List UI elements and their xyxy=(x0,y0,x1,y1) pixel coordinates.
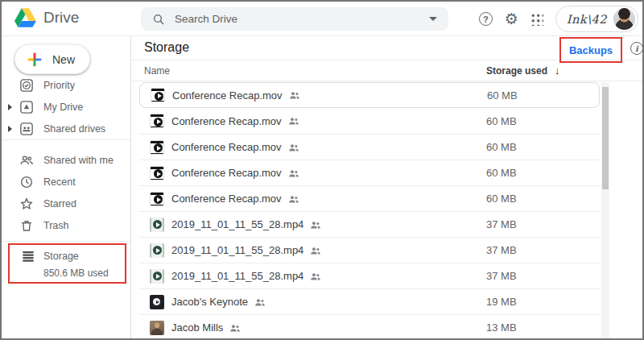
sidebar-item-label: Recent xyxy=(43,176,76,188)
highlight-box-storage: Storage 850.6 MB used xyxy=(8,243,126,284)
plus-icon xyxy=(26,51,43,68)
divider xyxy=(2,241,130,242)
drive-logo[interactable]: Drive xyxy=(14,8,79,27)
sidebar-item-storage[interactable]: Storage xyxy=(10,245,125,263)
table-row[interactable]: Conference Recap.mov 60 MB xyxy=(139,160,600,185)
sidebar-nav: Priority My Drive Shared drives xyxy=(2,74,130,242)
file-name: 2019_11_01_11_55_28.mp4 xyxy=(171,244,303,256)
help-icon[interactable]: ? xyxy=(479,12,493,26)
account-pill[interactable]: Ink\42 xyxy=(555,6,638,32)
file-name: Conference Recap.mov xyxy=(171,193,282,205)
sidebar-item-shared-drives[interactable]: Shared drives xyxy=(2,118,130,139)
apps-grid-icon[interactable] xyxy=(530,13,543,26)
storage-icon xyxy=(21,249,35,263)
shared-people-icon xyxy=(288,193,299,205)
topbar: Drive ? ⚙ Ink\42 xyxy=(2,2,642,36)
file-name: 2019_11_01_11_55_28.mp4 xyxy=(171,270,303,282)
my-drive-icon xyxy=(19,100,34,114)
new-button-label: New xyxy=(52,53,75,66)
trash-icon xyxy=(19,218,34,233)
search-icon xyxy=(152,13,165,26)
file-size: 37 MB xyxy=(486,218,517,230)
file-size: 13 MB xyxy=(486,321,517,334)
table-row[interactable]: Conference Recap.mov 60 MB xyxy=(139,134,600,160)
sidebar-item-priority[interactable]: Priority xyxy=(2,74,130,96)
new-button[interactable]: New xyxy=(14,44,90,74)
table-row[interactable]: Jacob Mills 13 MB xyxy=(139,314,600,340)
search-bar[interactable] xyxy=(141,7,448,31)
keynote-video-icon xyxy=(150,295,164,309)
shared-people-icon xyxy=(310,245,321,256)
mov-video-icon xyxy=(150,192,164,206)
clock-icon xyxy=(19,175,34,189)
table-row[interactable]: Conference Recap.mov 60 MB xyxy=(139,108,600,134)
sidebar-item-label: Shared drives xyxy=(43,123,105,135)
topbar-actions: ? ⚙ Ink\42 xyxy=(479,2,638,36)
expand-arrow-icon[interactable] xyxy=(8,126,12,132)
sidebar-item-label: My Drive xyxy=(43,102,83,113)
shared-people-icon xyxy=(254,296,266,308)
mov-video-icon xyxy=(150,140,164,155)
table-row[interactable]: 2019_11_01_11_55_28.mp4 37 MB xyxy=(139,237,600,263)
divider xyxy=(2,139,130,140)
file-name: Conference Recap.mov xyxy=(172,89,283,102)
sidebar: New Priority My Drive xyxy=(2,36,131,338)
storage-usage-text: 850.6 MB used xyxy=(10,267,125,279)
column-header-name[interactable]: Name xyxy=(144,65,170,77)
file-name: Jacob Mills xyxy=(171,321,223,334)
file-name: Conference Recap.mov xyxy=(171,141,282,153)
shared-people-icon xyxy=(288,115,299,126)
mov-video-icon xyxy=(151,88,165,102)
table-row[interactable]: 2019_11_01_11_55_28.mp4 37 MB xyxy=(139,263,600,288)
table-row[interactable]: 2019_11_01_11_55_28.mp4 37 MB xyxy=(139,211,600,237)
sidebar-item-label: Storage xyxy=(43,251,79,262)
sidebar-item-recent[interactable]: Recent xyxy=(2,171,130,193)
file-size: 37 MB xyxy=(486,270,517,282)
file-name: Jacob's Keynote xyxy=(171,296,248,308)
highlight-box-backups: Backups xyxy=(559,37,622,63)
settings-gear-icon[interactable]: ⚙ xyxy=(505,11,518,27)
table-row[interactable]: Conference Recap.mov 60 MB xyxy=(139,82,600,108)
file-name: Conference Recap.mov xyxy=(171,115,282,127)
sidebar-item-my-drive[interactable]: My Drive xyxy=(2,96,130,118)
sidebar-item-label: Shared with me xyxy=(43,155,114,166)
sidebar-item-trash[interactable]: Trash xyxy=(2,214,130,236)
shared-people-icon xyxy=(229,322,241,334)
scrollbar[interactable] xyxy=(601,82,609,338)
column-header-storage-used[interactable]: Storage used ↓ xyxy=(486,64,560,77)
sidebar-item-starred[interactable]: Starred xyxy=(2,193,130,214)
file-size: 37 MB xyxy=(486,244,517,256)
sort-descending-arrow-icon[interactable]: ↓ xyxy=(555,64,560,77)
column-headers: Name Storage used ↓ xyxy=(131,60,642,81)
mov-video-icon xyxy=(150,166,164,180)
shared-people-icon xyxy=(288,142,299,153)
priority-check-icon xyxy=(19,78,34,93)
info-icon[interactable]: i xyxy=(630,42,643,55)
search-options-caret-icon[interactable] xyxy=(429,17,437,21)
table-row[interactable]: Jacob's Keynote 19 MB xyxy=(139,288,600,314)
photo-icon xyxy=(150,321,164,335)
mp4-video-icon xyxy=(150,218,164,232)
table-row[interactable]: Conference Recap.mov 60 MB xyxy=(139,185,600,211)
mov-video-icon xyxy=(150,114,164,128)
drive-triangle-icon xyxy=(14,8,36,27)
scrollbar-thumb[interactable] xyxy=(602,87,609,189)
user-avatar[interactable] xyxy=(613,8,635,30)
file-size: 19 MB xyxy=(486,296,517,308)
mp4-video-icon xyxy=(150,269,164,284)
sidebar-item-label: Priority xyxy=(43,80,75,91)
sidebar-item-shared-with-me[interactable]: Shared with me xyxy=(2,149,130,171)
expand-arrow-icon[interactable] xyxy=(8,104,12,110)
file-size: 60 MB xyxy=(486,167,517,179)
file-size: 60 MB xyxy=(486,115,517,127)
people-icon xyxy=(19,153,34,168)
star-icon xyxy=(19,197,34,211)
file-size: 60 MB xyxy=(486,141,517,153)
search-input[interactable] xyxy=(175,13,419,25)
shared-people-icon xyxy=(288,168,299,179)
shared-people-icon xyxy=(289,89,300,101)
google-drive-window: Drive ? ⚙ Ink\42 xyxy=(0,0,644,340)
backups-link[interactable]: Backups xyxy=(569,44,613,56)
file-size: 60 MB xyxy=(487,89,518,102)
app-title: Drive xyxy=(43,9,79,27)
